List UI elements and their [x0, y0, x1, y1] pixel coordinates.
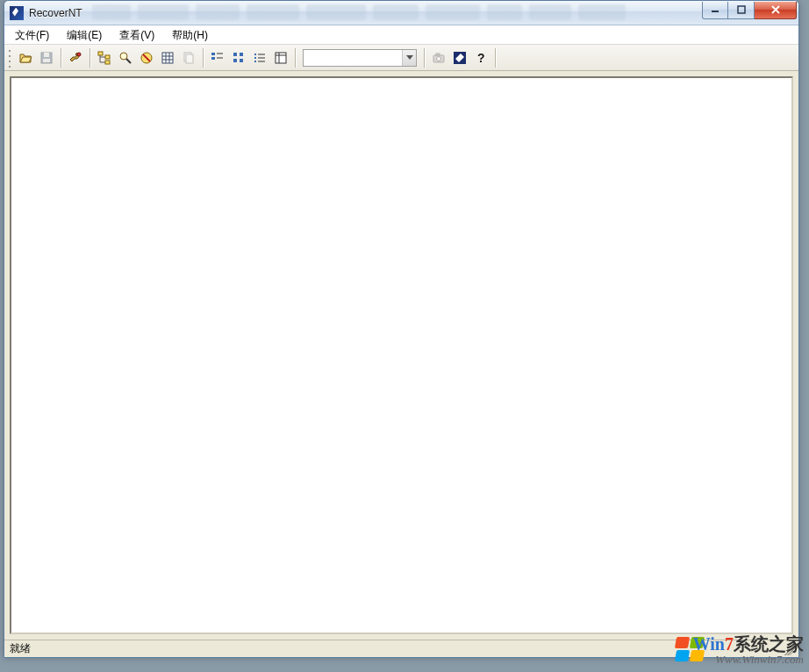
- view-large-button[interactable]: [228, 47, 249, 68]
- wrench-icon: [68, 51, 82, 65]
- close-icon: [770, 5, 781, 14]
- window-title: RecoverNT: [29, 7, 82, 19]
- camera-icon: [432, 51, 446, 65]
- filter-icon: [140, 51, 154, 65]
- open-icon: [18, 51, 32, 65]
- svg-rect-22: [254, 61, 256, 62]
- save-icon: [39, 51, 54, 65]
- svg-rect-15: [211, 57, 215, 60]
- svg-rect-21: [254, 57, 256, 59]
- help-icon: ?: [474, 51, 488, 65]
- app-window: RecoverNT 文件(F) 编辑(E) 查看(V) 帮助(H): [4, 0, 799, 658]
- toolbar: ?: [4, 45, 798, 71]
- svg-rect-4: [43, 59, 50, 62]
- toolbar-separator: [61, 48, 61, 68]
- svg-point-5: [77, 53, 81, 56]
- svg-rect-6: [98, 52, 103, 55]
- menu-bar: 文件(F) 编辑(E) 查看(V) 帮助(H): [4, 25, 798, 45]
- copy-icon: [182, 51, 196, 65]
- combo-field[interactable]: [304, 50, 402, 66]
- copy-button[interactable]: [178, 47, 199, 68]
- snapshot-button[interactable]: [428, 47, 449, 68]
- about-app-button[interactable]: [449, 47, 470, 68]
- minimize-button[interactable]: [702, 2, 728, 19]
- small-icons-icon: [211, 51, 225, 65]
- svg-rect-20: [254, 54, 256, 55]
- toolbar-grip[interactable]: [8, 48, 11, 68]
- svg-point-26: [437, 56, 441, 61]
- svg-rect-19: [240, 59, 243, 62]
- svg-rect-18: [233, 59, 237, 62]
- view-list-button[interactable]: [249, 47, 270, 68]
- svg-rect-17: [240, 53, 243, 56]
- toolbar-separator: [424, 48, 425, 68]
- svg-rect-13: [186, 54, 193, 63]
- client-area: [4, 71, 798, 640]
- list-icon: [253, 51, 267, 65]
- toolbar-separator: [495, 48, 496, 68]
- help-button[interactable]: ?: [470, 47, 491, 68]
- resize-grip[interactable]: [784, 643, 797, 655]
- detail-icon: [274, 51, 288, 65]
- svg-rect-3: [44, 53, 49, 57]
- path-combo[interactable]: [303, 49, 417, 67]
- chevron-down-icon: [406, 55, 413, 61]
- toolbar-separator: [295, 48, 296, 68]
- window-controls: [702, 2, 797, 19]
- svg-rect-23: [276, 53, 286, 63]
- app-icon: [10, 6, 24, 20]
- background-blur: [92, 4, 658, 22]
- options-button[interactable]: [65, 47, 86, 68]
- view-small-button[interactable]: [207, 47, 228, 68]
- watermark-logo-icon: [676, 637, 705, 663]
- svg-text:?: ?: [477, 51, 485, 65]
- menu-edit[interactable]: 编辑(E): [58, 25, 111, 44]
- svg-rect-16: [233, 53, 237, 56]
- app-logo-icon: [453, 51, 467, 65]
- status-text: 就绪: [10, 641, 31, 656]
- toolbar-separator: [203, 48, 204, 68]
- search-button[interactable]: [115, 47, 136, 68]
- svg-rect-0: [712, 11, 719, 12]
- view-detail-button[interactable]: [270, 47, 291, 68]
- svg-rect-25: [436, 54, 440, 55]
- filter-button[interactable]: [136, 47, 157, 68]
- search-icon: [118, 51, 132, 65]
- minimize-icon: [711, 5, 720, 14]
- toolbar-separator: [89, 48, 90, 68]
- save-button[interactable]: [36, 47, 57, 68]
- svg-rect-8: [105, 61, 110, 64]
- grid-button[interactable]: [157, 47, 178, 68]
- maximize-button[interactable]: [728, 2, 755, 19]
- svg-rect-7: [105, 55, 110, 59]
- svg-point-9: [120, 53, 127, 60]
- menu-help[interactable]: 帮助(H): [163, 25, 217, 44]
- menu-view[interactable]: 查看(V): [111, 25, 163, 44]
- svg-rect-11: [162, 53, 173, 63]
- svg-rect-1: [738, 6, 745, 13]
- open-button[interactable]: [15, 47, 36, 68]
- svg-rect-14: [211, 53, 215, 55]
- tree-button[interactable]: [94, 47, 115, 68]
- large-icons-icon: [232, 51, 246, 65]
- grid-icon: [161, 51, 175, 65]
- content-canvas[interactable]: [10, 76, 793, 634]
- menu-file[interactable]: 文件(F): [6, 25, 58, 44]
- title-bar[interactable]: RecoverNT: [4, 1, 798, 25]
- maximize-icon: [737, 5, 746, 14]
- combo-dropdown-button[interactable]: [402, 50, 416, 66]
- close-button[interactable]: [755, 2, 797, 19]
- tree-icon: [97, 51, 111, 65]
